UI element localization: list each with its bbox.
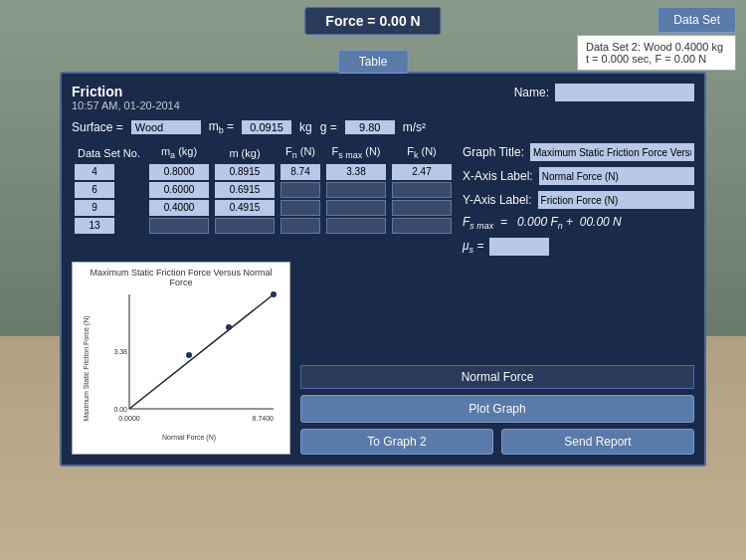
graph-svg-container: 0.00 3.38 0.0000 8.7400 <box>93 289 284 449</box>
col-header-fsmax: Fs max (N) <box>323 143 389 162</box>
friction-date: 10:57 AM, 01-20-2014 <box>72 99 180 111</box>
x-axis-label: X-Axis Label: <box>463 169 533 183</box>
cell-no-4[interactable] <box>75 218 114 234</box>
g-label: g = <box>320 120 337 134</box>
cell-ma-2[interactable] <box>149 182 209 198</box>
x-axis-input[interactable] <box>539 167 694 185</box>
cell-fn-1[interactable] <box>280 164 320 180</box>
col-header-fn: Fn (N) <box>278 143 323 162</box>
graph-with-labels: Maximum Static Friction Force (N) 0.00 3… <box>78 289 284 449</box>
g-unit: m/s² <box>403 120 426 134</box>
name-row: Name: <box>514 84 694 101</box>
col-header-m: m (kg) <box>212 143 278 162</box>
data-set-button[interactable]: Data Set <box>657 7 736 33</box>
surface-input[interactable] <box>131 120 201 134</box>
col-header-fk: Fk (N) <box>389 143 455 162</box>
y-axis-graph-label-container: Maximum Static Friction Force (N) <box>78 289 93 449</box>
mu-row: μs = <box>463 238 694 256</box>
cell-m-3[interactable] <box>215 200 275 216</box>
y-axis-label: Y-Axis Label: <box>463 193 532 207</box>
cell-fsmax-3[interactable] <box>326 200 386 216</box>
name-label: Name: <box>514 86 549 99</box>
graph-container: Maximum Static Friction Force Versus Nor… <box>72 262 290 455</box>
cell-fk-4[interactable] <box>392 218 452 234</box>
data-table: Data Set No. ma (kg) m (kg) Fn (N) Fs ma… <box>72 143 455 255</box>
cell-m-2[interactable] <box>215 182 275 198</box>
y-axis-graph-label: Maximum Static Friction Force (N) <box>83 316 90 422</box>
send-report-button[interactable]: Send Report <box>501 429 694 455</box>
table-row <box>72 217 455 235</box>
x-axis-row: X-Axis Label: <box>463 167 694 185</box>
svg-text:0.0000: 0.0000 <box>118 415 140 422</box>
to-graph2-button[interactable]: To Graph 2 <box>300 429 493 455</box>
cell-ma-4[interactable] <box>149 218 209 234</box>
right-controls: Graph Title: X-Axis Label: Y-Axis Label:… <box>463 143 694 255</box>
dataset-info-line2: t = 0.000 sec, F = 0.00 N <box>586 53 727 65</box>
surface-label: Surface = <box>72 120 123 134</box>
g-input[interactable] <box>345 120 395 134</box>
friction-title: Friction <box>72 84 180 99</box>
normal-force-label: Normal Force <box>300 365 694 389</box>
cell-fn-2[interactable] <box>280 182 320 198</box>
x-axis-graph-label: Normal Force (N) <box>93 434 284 441</box>
graph-chart-title: Maximum Static Friction Force Versus Nor… <box>78 268 284 287</box>
cell-m-1[interactable] <box>215 164 275 180</box>
table-row <box>72 199 455 217</box>
force-display: Force = 0.00 N <box>304 7 441 35</box>
mb-label: mb = <box>209 119 234 135</box>
cell-ma-1[interactable] <box>149 164 209 180</box>
table-row <box>72 181 455 199</box>
svg-text:0.00: 0.00 <box>113 406 127 413</box>
svg-line-8 <box>129 294 274 409</box>
table-button[interactable]: Table <box>338 50 409 74</box>
bottom-buttons: To Graph 2 Send Report <box>300 429 694 455</box>
svg-point-11 <box>186 352 192 358</box>
dataset-info-line1: Data Set 2: Wood 0.4000 kg <box>586 41 727 53</box>
formula-text: Fs max = 0.000 Fn + 00.00 N <box>463 215 622 231</box>
col-header-ma: ma (kg) <box>146 143 212 162</box>
cell-ma-3[interactable] <box>149 200 209 216</box>
cell-fsmax-4[interactable] <box>326 218 386 234</box>
right-bottom-controls: Normal Force Plot Graph To Graph 2 Send … <box>300 262 694 455</box>
mu-label: μs = <box>463 239 483 255</box>
dataset-info-panel: Data Set 2: Wood 0.4000 kg t = 0.000 sec… <box>577 35 736 71</box>
surface-row: Surface = mb = kg g = m/s² <box>72 119 694 135</box>
graph-title-label: Graph Title: <box>463 145 524 159</box>
col-header-no: Data Set No. <box>72 143 146 162</box>
graph-svg: 0.00 3.38 0.0000 8.7400 <box>93 289 284 429</box>
panel-header: Friction 10:57 AM, 01-20-2014 Name: <box>72 84 694 111</box>
cell-fk-1[interactable] <box>392 164 452 180</box>
plot-graph-button[interactable]: Plot Graph <box>300 395 694 423</box>
y-axis-input[interactable] <box>538 191 694 209</box>
svg-text:8.7400: 8.7400 <box>253 415 275 422</box>
formula-row: Fs max = 0.000 Fn + 00.00 N <box>463 215 694 231</box>
data-section: Data Set No. ma (kg) m (kg) Fn (N) Fs ma… <box>72 143 694 255</box>
cell-fn-3[interactable] <box>280 200 320 216</box>
panel-title-block: Friction 10:57 AM, 01-20-2014 <box>72 84 180 111</box>
cell-m-4[interactable] <box>215 218 275 234</box>
svg-text:3.38: 3.38 <box>113 348 127 355</box>
cell-fk-3[interactable] <box>392 200 452 216</box>
table-row <box>72 163 455 181</box>
name-input[interactable] <box>555 84 694 101</box>
mb-input[interactable] <box>242 120 291 134</box>
bottom-area: Maximum Static Friction Force Versus Nor… <box>72 262 694 455</box>
main-panel: Friction 10:57 AM, 01-20-2014 Name: Surf… <box>60 72 706 467</box>
graph-title-input[interactable] <box>530 143 694 161</box>
cell-fk-2[interactable] <box>392 182 452 198</box>
mu-input[interactable] <box>489 238 549 256</box>
cell-fsmax-2[interactable] <box>326 182 386 198</box>
y-axis-row: Y-Axis Label: <box>463 191 694 209</box>
cell-fsmax-1[interactable] <box>326 164 386 180</box>
cell-no-1[interactable] <box>75 164 114 180</box>
cell-fn-4[interactable] <box>280 218 320 234</box>
cell-no-3[interactable] <box>75 200 114 216</box>
svg-point-9 <box>271 291 277 297</box>
mb-unit: kg <box>299 120 312 134</box>
svg-point-10 <box>226 324 232 330</box>
cell-no-2[interactable] <box>75 182 114 198</box>
graph-title-row: Graph Title: <box>463 143 694 161</box>
